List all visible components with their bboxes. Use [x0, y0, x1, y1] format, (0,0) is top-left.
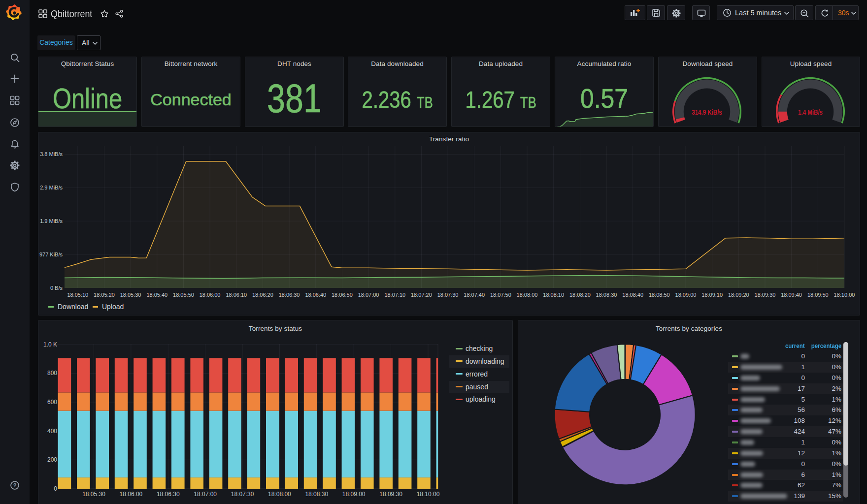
- svg-text:18:05:20: 18:05:20: [94, 292, 115, 298]
- svg-text:18:08:10: 18:08:10: [543, 292, 564, 298]
- svg-text:18:09:10: 18:09:10: [701, 292, 723, 298]
- svg-text:18:09:30: 18:09:30: [755, 292, 776, 298]
- svg-text:18:05:40: 18:05:40: [146, 292, 167, 298]
- svg-text:18:06:20: 18:06:20: [252, 292, 273, 298]
- svg-text:18:08:00: 18:08:00: [268, 491, 291, 498]
- svg-text:18:06:40: 18:06:40: [305, 292, 326, 298]
- svg-text:600: 600: [47, 399, 57, 406]
- svg-text:18:06:00: 18:06:00: [200, 292, 221, 298]
- svg-text:18:10:00: 18:10:00: [834, 292, 855, 298]
- svg-text:18:06:10: 18:06:10: [226, 292, 247, 298]
- svg-text:200: 200: [47, 456, 57, 463]
- svg-text:18:07:50: 18:07:50: [490, 292, 511, 298]
- svg-text:2.9 MiB/s: 2.9 MiB/s: [40, 185, 63, 190]
- svg-text:18:07:00: 18:07:00: [358, 292, 379, 298]
- svg-text:18:09:20: 18:09:20: [728, 292, 749, 298]
- svg-text:18:09:00: 18:09:00: [675, 292, 697, 298]
- svg-text:18:07:00: 18:07:00: [194, 491, 217, 498]
- svg-text:18:07:10: 18:07:10: [384, 292, 405, 298]
- svg-text:0: 0: [54, 485, 57, 492]
- svg-text:1.9 MiB/s: 1.9 MiB/s: [40, 218, 63, 224]
- svg-text:18:06:30: 18:06:30: [157, 491, 180, 498]
- svg-text:18:08:40: 18:08:40: [622, 292, 643, 298]
- svg-text:18:07:30: 18:07:30: [231, 491, 254, 498]
- svg-text:314.9 KiB/s: 314.9 KiB/s: [692, 108, 722, 117]
- svg-text:Download: Download: [58, 303, 88, 311]
- svg-text:18:08:00: 18:08:00: [517, 292, 538, 298]
- svg-text:18:10:00: 18:10:00: [417, 491, 440, 498]
- svg-text:1.0 K: 1.0 K: [43, 341, 57, 348]
- svg-text:18:05:10: 18:05:10: [67, 292, 88, 298]
- svg-text:18:07:40: 18:07:40: [464, 292, 485, 298]
- svg-text:977 KiB/s: 977 KiB/s: [39, 252, 63, 257]
- svg-text:3.8 MiB/s: 3.8 MiB/s: [40, 151, 63, 157]
- svg-text:?: ?: [13, 482, 17, 488]
- svg-text:18:07:20: 18:07:20: [411, 292, 432, 298]
- svg-text:18:08:30: 18:08:30: [596, 292, 617, 298]
- svg-text:18:05:30: 18:05:30: [82, 491, 105, 498]
- svg-text:0 B/s: 0 B/s: [50, 285, 63, 291]
- svg-text:18:05:30: 18:05:30: [120, 292, 141, 298]
- svg-text:400: 400: [47, 428, 57, 435]
- svg-text:18:08:50: 18:08:50: [649, 292, 670, 298]
- svg-text:18:08:20: 18:08:20: [569, 292, 591, 298]
- svg-text:800: 800: [47, 370, 57, 377]
- svg-text:18:06:00: 18:06:00: [120, 491, 143, 498]
- svg-text:18:09:50: 18:09:50: [807, 292, 829, 298]
- svg-text:18:05:50: 18:05:50: [173, 292, 194, 298]
- svg-text:Upload: Upload: [102, 303, 124, 311]
- svg-text:18:06:30: 18:06:30: [279, 292, 300, 298]
- svg-text:18:09:40: 18:09:40: [781, 292, 802, 298]
- svg-text:1.4 MiB/s: 1.4 MiB/s: [798, 108, 823, 117]
- svg-text:18:09:00: 18:09:00: [342, 491, 366, 498]
- svg-text:18:07:30: 18:07:30: [437, 292, 459, 298]
- svg-text:18:06:50: 18:06:50: [332, 292, 353, 298]
- svg-text:18:08:30: 18:08:30: [305, 491, 328, 498]
- svg-text:18:09:30: 18:09:30: [379, 491, 402, 498]
